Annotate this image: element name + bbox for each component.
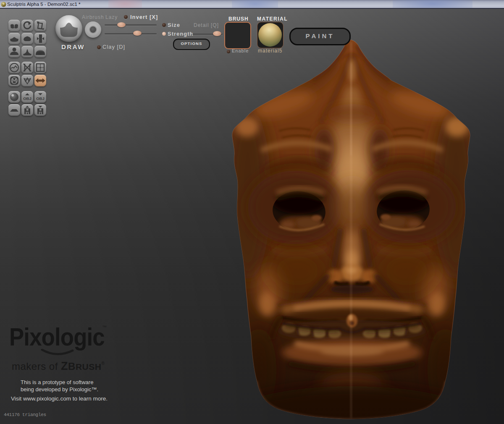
svg-text:OBJ: OBJ [36,96,45,101]
svg-text:OBJ: OBJ [23,96,32,101]
